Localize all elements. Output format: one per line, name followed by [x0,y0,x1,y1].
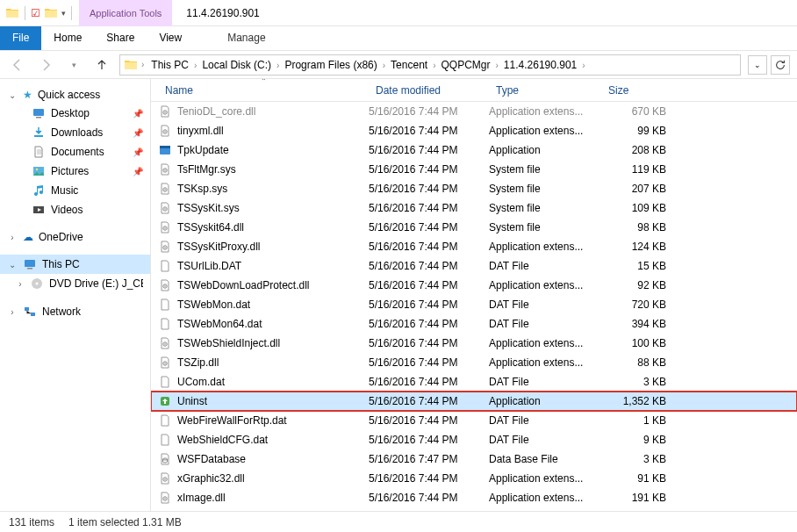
file-row[interactable]: WSFDatabase5/16/2016 7:47 PMData Base Fi… [151,449,797,469]
breadcrumb-segment[interactable]: Program Files (x86) [281,57,380,73]
refresh-button[interactable] [771,55,790,75]
file-size: 3 KB [601,376,666,388]
file-row[interactable]: TSZip.dll5/16/2016 7:44 PMApplication ex… [151,353,797,372]
file-row[interactable]: Uninst5/16/2016 7:44 PMApplication1,352 … [151,392,797,411]
expand-icon[interactable]: ⌄ [7,90,18,100]
file-row[interactable]: TenioDL_core.dll5/16/2016 7:44 PMApplica… [151,102,797,121]
file-row[interactable]: xGraphic32.dll5/16/2016 7:44 PMApplicati… [151,469,797,488]
breadcrumb-segment[interactable]: 11.4.26190.901 [500,57,580,73]
file-row[interactable]: TpkUpdate5/16/2016 7:44 PMApplication208… [151,140,797,160]
file-row[interactable]: tinyxml.dll5/16/2016 7:44 PMApplication … [151,121,797,140]
breadcrumb-box[interactable]: › This PC›Local Disk (C:)›Program Files … [119,54,741,75]
file-type: Data Base File [489,453,601,465]
svg-rect-6 [25,260,35,267]
nav-this-pc[interactable]: ⌄ This PC [0,255,150,274]
file-row[interactable]: TSWebDownLoadProtect.dll5/16/2016 7:44 P… [151,276,797,295]
nav-item-pictures[interactable]: Pictures📌 [0,162,150,181]
breadcrumb-segment[interactable]: Tencent [387,57,431,73]
nav-back-button[interactable] [7,54,28,75]
file-type: DAT File [489,318,601,330]
file-type: DAT File [489,260,601,272]
file-row[interactable]: TSKsp.sys5/16/2016 7:44 PMSystem file207… [151,179,797,198]
file-date: 5/16/2016 7:44 PM [369,221,489,234]
qat-check-icon[interactable]: ☑ [31,7,40,19]
svg-point-33 [164,363,166,364]
ribbon-tab-file[interactable]: File [0,26,41,50]
qat-dropdown-icon[interactable]: ▾ [61,9,66,18]
nav-item-music[interactable]: Music [0,181,150,200]
ribbon-tab-share[interactable]: Share [94,26,147,50]
chevron-right-icon[interactable]: › [494,61,500,70]
file-name: UCom.dat [177,376,369,388]
breadcrumb-segment[interactable]: QQPCMgr [437,57,493,73]
svg-point-15 [164,131,166,133]
svg-point-37 [164,478,166,480]
file-row[interactable]: TSWebShieldInject.dll5/16/2016 7:44 PMAp… [151,334,797,353]
expand-icon[interactable]: › [7,233,18,242]
address-dropdown-button[interactable]: ⌄ [748,55,767,75]
chevron-right-icon[interactable]: › [381,61,387,70]
file-size: 394 KB [601,318,666,330]
nav-item-desktop[interactable]: Desktop📌 [0,104,150,123]
ribbon-tab-home[interactable]: Home [41,26,94,50]
status-item-count: 131 items [9,516,54,528]
documents-icon [32,145,46,159]
file-date: 5/16/2016 7:44 PM [369,105,489,118]
nav-item-documents[interactable]: Documents📌 [0,142,150,162]
expand-icon[interactable]: ⌄ [7,260,18,270]
file-row[interactable]: TSSyskit64.dll5/16/2016 7:44 PMSystem fi… [151,218,797,237]
column-size[interactable]: Size [601,81,666,100]
svg-point-4 [36,169,38,170]
nav-recent-dropdown[interactable]: ▾ [63,54,84,75]
file-size: 207 KB [601,183,666,195]
file-row[interactable]: WebShieldCFG.dat5/16/2016 7:44 PMDAT Fil… [151,430,797,449]
desktop-icon [32,106,46,120]
ribbon-tab-manage[interactable]: Manage [210,26,283,50]
status-bar: 131 items 1 item selected 1.31 MB [0,511,797,532]
file-row[interactable]: TSSysKitProxy.dll5/16/2016 7:44 PMApplic… [151,237,797,256]
file-icon [158,259,172,273]
file-row[interactable]: TSSysKit.sys5/16/2016 7:44 PMSystem file… [151,198,797,218]
nav-onedrive[interactable]: › ☁ OneDrive [0,228,150,246]
file-row[interactable]: UCom.dat5/16/2016 7:44 PMDAT File3 KB [151,372,797,392]
svg-point-23 [164,208,166,210]
file-type: Application extens... [489,241,601,253]
column-name[interactable]: ⌃ Name [158,81,369,100]
file-row[interactable]: xImage.dll5/16/2016 7:44 PMApplication e… [151,488,797,507]
file-size: 208 KB [601,144,666,156]
file-type: System file [489,183,601,195]
nav-quick-access[interactable]: ⌄ ★ Quick access [0,86,150,104]
chevron-right-icon[interactable]: › [580,61,586,70]
column-type[interactable]: Type [489,81,601,100]
file-icon [158,104,172,119]
file-row[interactable]: WebFireWallForRtp.dat5/16/2016 7:44 PMDA… [151,411,797,430]
file-row[interactable]: TsFltMgr.sys5/16/2016 7:44 PMSystem file… [151,160,797,179]
breadcrumb-segment[interactable]: This PC [147,57,192,73]
expand-icon[interactable]: › [7,307,18,317]
svg-point-31 [164,343,166,345]
chevron-right-icon[interactable]: › [140,60,146,69]
file-type: Application extens... [489,492,601,504]
nav-forward-button[interactable] [35,54,56,75]
folder-icon[interactable] [44,6,58,20]
column-date[interactable]: Date modified [369,81,489,100]
file-size: 100 KB [601,337,666,349]
file-row[interactable]: TSUrlLib.DAT5/16/2016 7:44 PMDAT File15 … [151,256,797,276]
file-size: 91 KB [601,472,666,485]
file-date: 5/16/2016 7:44 PM [369,183,489,195]
nav-item-videos[interactable]: Videos [0,200,150,219]
file-size: 191 KB [601,492,666,504]
file-row[interactable]: TSWebMon64.dat5/16/2016 7:44 PMDAT File3… [151,314,797,334]
file-row[interactable]: TSWebMon.dat5/16/2016 7:44 PMDAT File720… [151,295,797,314]
nav-dvd-drive[interactable]: › DVD Drive (E:) J_CENA [0,274,150,293]
file-date: 5/16/2016 7:44 PM [369,337,489,349]
file-size: 88 KB [601,356,666,369]
nav-network[interactable]: › Network [0,302,150,321]
ribbon-tab-view[interactable]: View [147,26,194,50]
file-name: TsFltMgr.sys [177,163,369,176]
nav-item-downloads[interactable]: Downloads📌 [0,123,150,142]
nav-up-button[interactable] [91,54,112,75]
file-list[interactable]: TenioDL_core.dll5/16/2016 7:44 PMApplica… [151,102,797,511]
file-name: TSSysKitProxy.dll [177,241,369,253]
breadcrumb-segment[interactable]: Local Disk (C:) [198,57,275,73]
